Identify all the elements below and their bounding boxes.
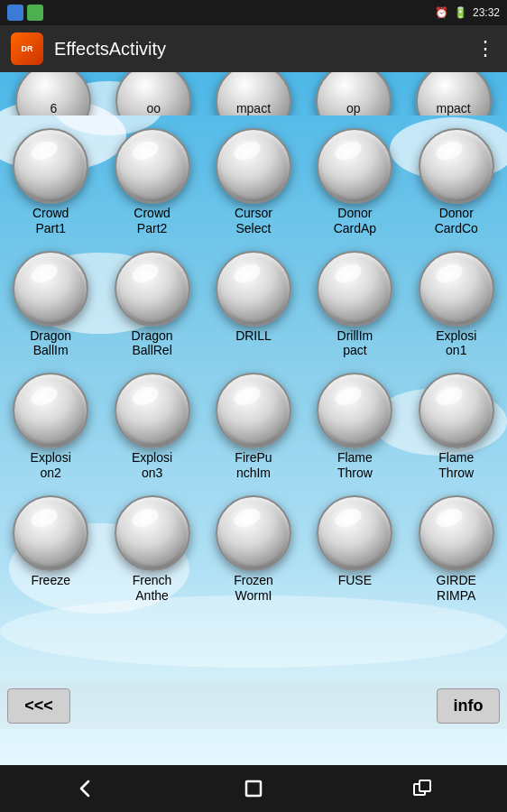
btn-fuse[interactable]: FUSE [306, 495, 403, 588]
label-fuse: FUSE [338, 573, 372, 588]
label-cursor-select: CursorSelect [235, 206, 272, 236]
content-rows: 6 oo mpact op mpact CrowdPart [0, 72, 507, 606]
svg-rect-2 [419, 780, 430, 791]
btn-explosion2[interactable]: Explosion2 [2, 373, 99, 481]
orb-drillimpact[interactable] [317, 251, 392, 327]
partial-col-4: op [305, 72, 402, 115]
navigation-bar [0, 765, 507, 812]
btn-dragonballrel[interactable]: DragonBallRel [104, 251, 201, 359]
alarm-icon: ⏰ [435, 6, 448, 19]
label-drillimpact: DrillImpact [337, 328, 373, 359]
partial-label-1: 6 [50, 101, 57, 115]
label-explosion2: Explosion2 [31, 450, 71, 481]
label-flamethrow1: FlameThrow [337, 450, 373, 481]
orb-donor-cardap[interactable] [317, 128, 392, 204]
orb-explosion2[interactable] [13, 373, 88, 448]
btn-crowd-part1[interactable]: CrowdPart1 [2, 128, 99, 236]
row-3: Explosion2 Explosion3 FirePunchIm FlameT… [0, 369, 507, 484]
orb-dragonballrel[interactable] [115, 251, 190, 327]
btn-drillimpact[interactable]: DrillImpact [306, 251, 403, 359]
app-icon-2 [27, 5, 43, 21]
label-explosion3: Explosion3 [132, 450, 172, 481]
overflow-menu-button[interactable]: ⋮ [475, 37, 496, 60]
label-explosion1: Explosion1 [436, 328, 476, 359]
label-dragonballrel: DragonBallRel [132, 328, 173, 359]
btn-firepunchim[interactable]: FirePunchIm [205, 373, 302, 481]
partial-col-1: 6 [5, 72, 102, 115]
row-4: Freeze FrenchAnthe FrozenWormI FUSE GIRD… [0, 492, 507, 607]
orb-cursor-select[interactable] [216, 128, 291, 204]
orb-crowd-part1[interactable] [13, 128, 88, 204]
partial-label-3: mpact [236, 101, 271, 115]
label-flamethrow2: FlameThrow [438, 450, 474, 481]
home-button[interactable] [232, 772, 275, 805]
app-icon-1 [7, 5, 23, 21]
orb-frenchanthe[interactable] [115, 495, 190, 571]
orb-flamethrow2[interactable] [419, 373, 494, 448]
label-dragonballim: DragonBallIm [30, 328, 71, 359]
orb-drill[interactable] [216, 251, 291, 327]
label-girderimpa: GIRDERIMPA [437, 573, 476, 604]
info-button[interactable]: info [437, 688, 500, 724]
partial-top-row: 6 oo mpact op mpact [0, 72, 507, 115]
orb-explosion3[interactable] [115, 373, 190, 448]
row-2: DragonBallIm DragonBallRel DRILL DrillIm… [0, 247, 507, 363]
btn-crowd-part2[interactable]: CrowdPart2 [104, 128, 201, 236]
btn-frozenworm[interactable]: FrozenWormI [205, 495, 302, 604]
partial-label-5: mpact [437, 101, 471, 115]
orb-frozenworm[interactable] [216, 495, 291, 571]
label-freeze: Freeze [31, 573, 70, 588]
btn-explosion1[interactable]: Explosion1 [408, 251, 505, 359]
time-display: 23:32 [473, 6, 500, 19]
orb-explosion1[interactable] [419, 251, 494, 327]
btn-freeze[interactable]: Freeze [2, 495, 99, 588]
btn-cursor-select[interactable]: CursorSelect [205, 128, 302, 236]
label-donor-cardap: DonorCardAp [334, 206, 376, 236]
status-right: ⏰ 🔋 23:32 [435, 6, 500, 19]
btn-dragonballim[interactable]: DragonBallIm [2, 251, 99, 359]
status-left [7, 5, 43, 21]
label-crowd-part2: CrowdPart2 [134, 206, 170, 236]
activity-title: EffectsActivity [54, 39, 475, 60]
status-bar: ⏰ 🔋 23:32 [0, 0, 507, 25]
label-frozenworm: FrozenWormI [234, 573, 273, 604]
main-content: 6 oo mpact op mpact CrowdPart [0, 72, 507, 776]
svg-rect-0 [246, 781, 261, 796]
orb-freeze[interactable] [13, 495, 88, 571]
orb-fuse[interactable] [317, 495, 392, 571]
btn-donor-cardco[interactable]: DonorCardCo [408, 128, 505, 236]
back-button[interactable] [63, 772, 106, 805]
bottom-action-bar: <<< info [0, 682, 507, 729]
battery-icon: 🔋 [454, 6, 467, 19]
orb-donor-cardco[interactable] [419, 128, 494, 204]
action-bar: DR EffectsActivity ⋮ [0, 25, 507, 72]
btn-flamethrow2[interactable]: FlameThrow [408, 373, 505, 481]
partial-col-3: mpact [205, 72, 302, 115]
row-1: CrowdPart1 CrowdPart2 CursorSelect Donor… [0, 125, 507, 240]
btn-frenchanthe[interactable]: FrenchAnthe [104, 495, 201, 604]
label-drill: DRILL [235, 328, 272, 344]
prev-page-button[interactable]: <<< [7, 688, 70, 724]
btn-explosion3[interactable]: Explosion3 [104, 373, 201, 481]
orb-firepunchim[interactable] [216, 373, 291, 448]
partial-label-2: oo [146, 101, 161, 115]
partial-col-5: mpact [405, 72, 502, 115]
label-donor-cardco: DonorCardCo [435, 206, 478, 236]
btn-drill[interactable]: DRILL [205, 251, 302, 344]
partial-label-4: op [346, 101, 361, 115]
orb-dragonballim[interactable] [13, 251, 88, 327]
orb-flamethrow1[interactable] [317, 373, 392, 448]
label-frenchanthe: FrenchAnthe [133, 573, 172, 604]
recents-button[interactable] [401, 772, 444, 805]
orb-girderimpa[interactable] [419, 495, 494, 571]
btn-girderimpa[interactable]: GIRDERIMPA [408, 495, 505, 604]
orb-crowd-part2[interactable] [115, 128, 190, 204]
app-logo: DR [11, 32, 43, 65]
label-firepunchim: FirePunchIm [235, 450, 272, 481]
btn-donor-cardap[interactable]: DonorCardAp [306, 128, 403, 236]
btn-flamethrow1[interactable]: FlameThrow [306, 373, 403, 481]
label-crowd-part1: CrowdPart1 [32, 206, 69, 236]
partial-col-2: oo [105, 72, 202, 115]
